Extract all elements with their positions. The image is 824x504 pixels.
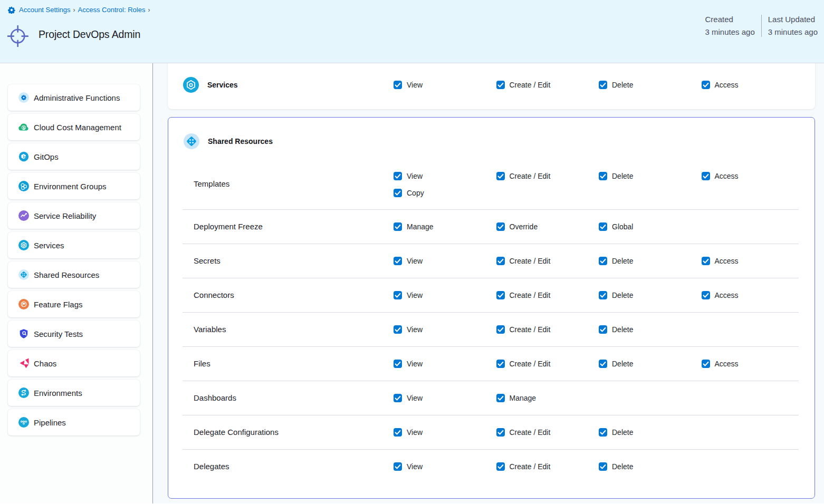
svg-text:$: $ — [23, 125, 25, 130]
